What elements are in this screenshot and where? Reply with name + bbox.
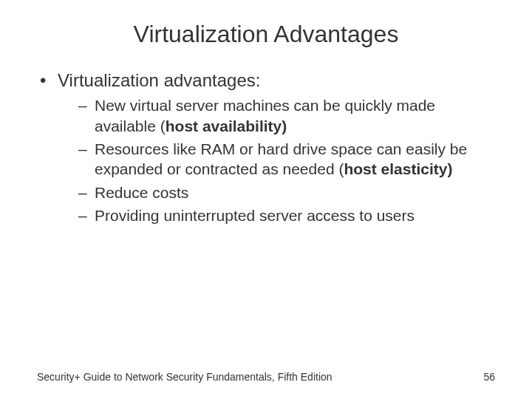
footer-source: Security+ Guide to Network Security Fund… xyxy=(37,371,332,383)
bullet-l1-text: Virtualization advantages: xyxy=(58,70,260,90)
bullet-l2-bold: host elasticity) xyxy=(344,160,452,177)
bullet-l2-item: Providing uninterrupted server access to… xyxy=(78,205,495,225)
bullet-l1-item: Virtualization advantages: New virtual s… xyxy=(37,69,495,225)
bullet-l2-text: Reduce costs xyxy=(95,184,188,201)
footer-page-number: 56 xyxy=(483,371,495,383)
slide-title: Virtualization Advantages xyxy=(0,0,532,54)
slide-footer: Security+ Guide to Network Security Fund… xyxy=(37,371,495,383)
bullet-l2-bold: host availability) xyxy=(166,117,287,134)
bullet-l2-item: New virtual server machines can be quick… xyxy=(78,95,495,136)
bullet-l2-item: Resources like RAM or hard drive space c… xyxy=(78,139,495,180)
bullet-list-level2: New virtual server machines can be quick… xyxy=(58,95,495,225)
bullet-l2-text: Providing uninterrupted server access to… xyxy=(95,207,415,224)
slide: Virtualization Advantages Virtualization… xyxy=(0,0,532,399)
slide-body: Virtualization advantages: New virtual s… xyxy=(0,54,532,225)
bullet-list-level1: Virtualization advantages: New virtual s… xyxy=(37,69,495,225)
bullet-l2-item: Reduce costs xyxy=(78,183,495,202)
